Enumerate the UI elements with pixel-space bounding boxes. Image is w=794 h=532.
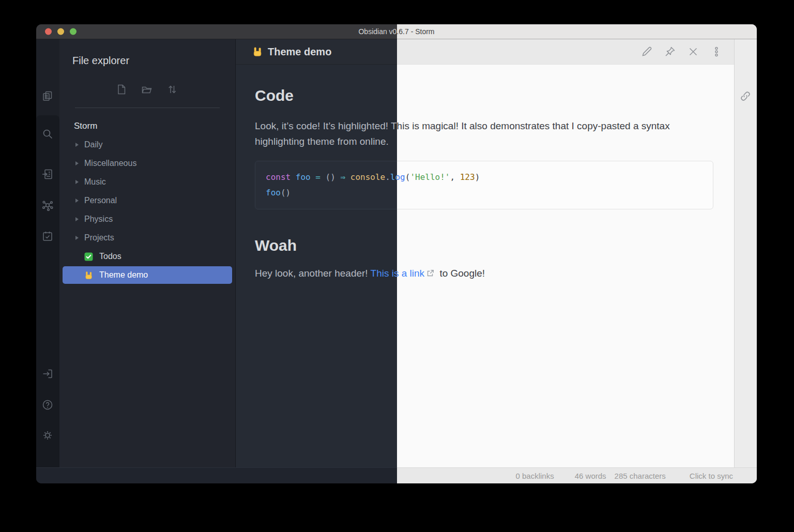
open-note-icon[interactable] (41, 168, 54, 180)
new-folder-icon[interactable] (141, 83, 153, 96)
backlinks-count: 0 backlinks (516, 472, 554, 480)
traffic-lights (45, 28, 77, 35)
pane-title: Theme demo (268, 46, 331, 58)
collapse-arrow-icon[interactable] (75, 199, 79, 203)
folder-daily[interactable]: Daily (59, 135, 235, 154)
new-note-icon[interactable] (115, 83, 128, 96)
horns-emoji-icon (252, 47, 263, 57)
word-count: 46 words (575, 472, 606, 480)
folder-physics[interactable]: Physics (59, 210, 235, 229)
files-icon[interactable] (41, 90, 54, 102)
file-tree: Storm Daily Miscellaneous Music Personal (59, 117, 235, 284)
pin-icon[interactable] (664, 45, 676, 58)
file-explorer-toolbar (115, 83, 178, 96)
file-theme-demo[interactable]: Theme demo (63, 266, 232, 284)
folder-personal[interactable]: Personal (59, 191, 235, 210)
collapse-arrow-icon[interactable] (75, 161, 79, 165)
folder-projects[interactable]: Projects (59, 229, 235, 247)
pane-actions (640, 45, 723, 58)
calendar-check-icon[interactable] (41, 230, 54, 242)
graph-icon[interactable] (41, 199, 54, 211)
fullscreen-window-button[interactable] (70, 28, 77, 35)
sort-icon[interactable] (166, 83, 178, 96)
vault-name[interactable]: Storm (59, 117, 235, 135)
close-icon[interactable] (687, 45, 699, 58)
external-link-icon[interactable] (426, 269, 434, 277)
sync-button[interactable]: Click to sync (690, 472, 733, 480)
help-icon[interactable] (41, 399, 54, 411)
divider (75, 108, 220, 108)
more-options-icon[interactable] (710, 45, 723, 58)
vault-switcher-icon[interactable] (41, 368, 54, 380)
collapse-arrow-icon[interactable] (75, 143, 79, 147)
collapse-arrow-icon[interactable] (75, 236, 79, 240)
collapse-arrow-icon[interactable] (75, 180, 79, 184)
minimize-window-button[interactable] (57, 28, 64, 35)
right-sidebar (734, 39, 757, 467)
left-ribbon (36, 39, 59, 467)
settings-gear-icon[interactable] (41, 429, 54, 442)
edit-pencil-icon[interactable] (640, 45, 653, 58)
folder-miscellaneous[interactable]: Miscellaneous (59, 154, 235, 173)
check-emoji-icon (84, 252, 93, 261)
search-icon[interactable] (41, 128, 54, 140)
folder-music[interactable]: Music (59, 173, 235, 191)
collapse-arrow-icon[interactable] (75, 217, 79, 221)
backlinks-link-icon[interactable] (739, 90, 752, 102)
file-explorer-panel: File explorer Storm Daily (59, 39, 236, 467)
horns-emoji-icon (84, 271, 93, 280)
close-window-button[interactable] (45, 28, 52, 35)
character-count: 285 characters (615, 472, 666, 480)
file-explorer-title: File explorer (72, 55, 129, 67)
file-todos[interactable]: Todos (59, 247, 235, 266)
